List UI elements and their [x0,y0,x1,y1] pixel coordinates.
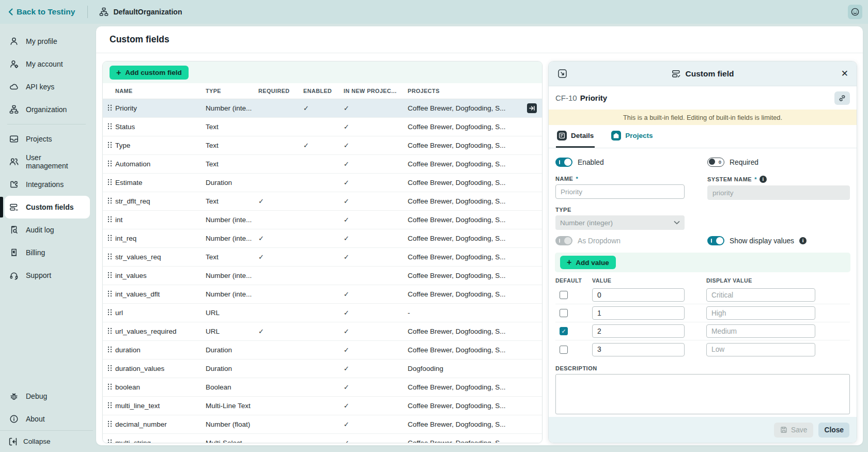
drag-handle-icon[interactable] [107,235,112,241]
table-row-int-values[interactable]: int_valuesNumber (inte...Coffee Brewer, … [103,267,542,285]
table-row-boolean[interactable]: booleanBoolean✓Coffee Brewer, Dogfooding… [103,378,542,397]
drag-handle-icon[interactable] [107,402,112,409]
sidebar-item-billing[interactable]: Billing [0,241,90,264]
table-row-int-values-dflt[interactable]: int_values_dfltNumber (inte...✓Coffee Br… [103,285,542,304]
sidebar-item-debug[interactable]: Debug [0,385,90,408]
table-row-status[interactable]: StatusText✓Coffee Brewer, Dogfooding, S.… [103,118,542,136]
column-header-required: REQUIRED [258,88,303,94]
back-link-label: Back to Testiny [17,7,75,17]
type-select[interactable]: Number (integer) [555,215,685,230]
drag-handle-icon[interactable] [107,253,112,260]
drag-handle-icon[interactable] [107,439,112,443]
column-header-in-new-projec-: IN NEW PROJEC... [344,88,408,94]
value-input[interactable] [592,288,685,302]
sidebar-item-label: Debug [26,392,47,400]
values-list: ✓ [555,286,850,359]
chevron-left-icon [8,8,13,15]
sidebar-item-api-keys[interactable]: API keys [0,75,90,98]
table-row-int[interactable]: intNumber (inte...✓Coffee Brewer, Dogfoo… [103,211,542,229]
table-row-url-values-required[interactable]: url_values_requiredURL✓✓Coffee Brewer, D… [103,322,542,341]
close-button[interactable]: Close [818,423,849,438]
drag-handle-icon[interactable] [107,123,112,130]
table-row-decimal-number[interactable]: decimal_numberNumber (float)✓Coffee Brew… [103,415,542,434]
tab-projects[interactable]: Projects [610,125,654,148]
display-value-input[interactable] [706,288,815,302]
tab-details[interactable]: Details [556,125,595,148]
details-tab-icon [557,131,567,141]
table-row-duration-values[interactable]: duration_valuesDuration✓Dogfooding [103,360,542,378]
default-checkbox[interactable]: ✓ [560,327,568,335]
drag-handle-icon[interactable] [107,328,112,334]
sidebar-item-my-profile[interactable]: My profile [0,30,90,53]
drag-handle-icon[interactable] [107,104,112,111]
show-display-values-toggle[interactable] [707,236,724,245]
add-value-button[interactable]: + Add value [560,256,616,269]
table-row-str-values-req[interactable]: str_values_reqText✓✓Coffee Brewer, Dogfo… [103,248,542,267]
name-field-label: NAME* [555,176,685,182]
table-row-automation[interactable]: AutomationText✓Coffee Brewer, Dogfooding… [103,155,542,174]
sidebar-item-label: Audit log [26,226,54,234]
default-checkbox[interactable] [560,346,568,354]
copy-link-button[interactable] [834,91,850,105]
table-row-type[interactable]: TypeText✓✓Coffee Brewer, Dogfooding, S..… [103,136,542,155]
default-checkbox[interactable] [560,291,568,299]
open-detail-panel-icon[interactable] [527,103,537,113]
drag-handle-icon[interactable] [107,383,112,390]
drag-handle-icon[interactable] [107,272,112,278]
drag-handle-icon[interactable] [107,309,112,316]
sidebar-item-integrations[interactable]: Integrations [0,173,90,196]
expand-panel-icon[interactable] [557,68,568,79]
sidebar-item-about[interactable]: About [0,408,90,430]
field-identity-row: CF-10 Priority [549,86,857,110]
drag-handle-icon[interactable] [107,420,112,427]
drag-handle-icon[interactable] [107,365,112,371]
back-to-testiny-link[interactable]: Back to Testiny [8,7,75,17]
value-input[interactable] [592,324,685,338]
value-input[interactable] [592,343,685,356]
table-row-str-dflt-req[interactable]: str_dflt_reqText✓✓Coffee Brewer, Dogfood… [103,192,542,211]
sidebar-item-my-account[interactable]: My account [0,53,90,75]
drag-handle-icon[interactable] [107,216,112,223]
display-value-input[interactable] [706,343,815,356]
display-value-input[interactable] [706,306,815,320]
collapse-icon [8,437,18,446]
panel-title-text: Custom field [686,69,734,79]
table-row-multi-line-text[interactable]: multi_line_textMulti-Line Text✓Coffee Br… [103,397,542,415]
table-row-duration[interactable]: durationDuration✓Coffee Brewer, Dogfoodi… [103,341,542,360]
name-field[interactable] [555,184,685,199]
save-button[interactable]: Save [774,423,813,438]
sidebar-item-support[interactable]: Support [0,264,90,287]
organization-switcher[interactable]: DefaultOrganization [99,7,182,17]
description-textarea[interactable] [555,374,850,414]
sidebar-item-organization[interactable]: Organization [0,98,90,121]
drag-handle-icon[interactable] [107,179,112,185]
drag-handle-icon[interactable] [107,197,112,204]
drag-handle-icon[interactable] [107,290,112,297]
sidebar-item-user-management[interactable]: User management [0,150,90,173]
value-input[interactable] [592,306,685,320]
display-value-input[interactable] [706,324,815,338]
table-row-estimate[interactable]: EstimateDuration✓Coffee Brewer, Dogfoodi… [103,174,542,192]
default-checkbox[interactable] [560,309,568,317]
table-row-multi-string[interactable]: multi_stringMulti-Select✓Coffee Brewer, … [103,434,542,443]
table-row-priority[interactable]: PriorityNumber (inte...✓✓Coffee Brewer, … [103,99,542,118]
sidebar-item-label: API keys [26,83,54,91]
description-label: DESCRIPTION [555,365,850,371]
drag-handle-icon[interactable] [107,142,112,148]
sidebar-item-projects[interactable]: Projects [0,128,90,150]
feedback-smiley-button[interactable] [848,5,862,19]
table-row-int-req[interactable]: int_reqNumber (inte...✓✓Coffee Brewer, D… [103,229,542,248]
drag-handle-icon[interactable] [107,346,112,353]
collapse-sidebar-button[interactable]: Collapse [0,430,93,452]
sidebar-item-audit-log[interactable]: Audit log [0,219,90,241]
enabled-toggle[interactable] [555,158,572,167]
sidebar-item-custom-fields[interactable]: Custom fields [5,196,90,219]
required-toggle[interactable]: 0 [707,158,724,167]
close-icon[interactable]: ✕ [841,69,848,78]
table-row-url[interactable]: urlURL✓- [103,304,542,322]
users-icon [9,157,19,166]
sidebar-item-label: Support [26,271,51,279]
drag-handle-icon[interactable] [107,160,112,167]
add-custom-field-button[interactable]: + Add custom field [110,66,189,80]
headset-icon [9,271,19,280]
